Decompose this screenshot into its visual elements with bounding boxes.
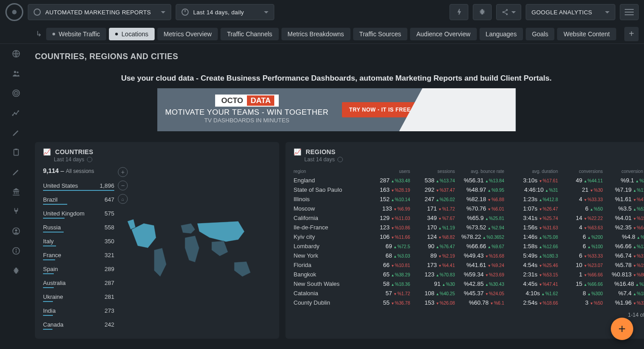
table-row[interactable]: County Dublin55%36.78153%26.08%60.78%6.1… bbox=[294, 298, 644, 307]
table-row[interactable]: Bangkok65%38.29123%70.83%59.34%23.692:31… bbox=[294, 270, 644, 279]
tab-website-traffic[interactable]: Website Traffic bbox=[46, 28, 106, 40]
date-range-selector[interactable]: Last 14 days, daily bbox=[176, 4, 274, 20]
table-cell: 108%40.25 bbox=[410, 290, 455, 297]
chart-line-icon[interactable] bbox=[12, 108, 21, 117]
clipboard-icon[interactable] bbox=[12, 148, 21, 157]
table-cell: %1.61%47.09 bbox=[603, 196, 644, 203]
tab-metrics-breakdowns[interactable]: Metrics Breakdowns bbox=[281, 28, 350, 40]
zoom-in-button[interactable]: + bbox=[118, 167, 128, 177]
globe-icon[interactable] bbox=[12, 49, 21, 58]
map-svg bbox=[123, 201, 271, 299]
table-row[interactable]: Lombardy69%72.590%76.47%66.66%9.671:58s%… bbox=[294, 241, 644, 251]
bug-icon bbox=[479, 9, 486, 16]
table-row[interactable]: Ile-de-France123%10.86170%1.19%73.52%2.9… bbox=[294, 223, 644, 232]
table-cell: 90%76.47 bbox=[410, 243, 455, 250]
users-icon[interactable] bbox=[12, 69, 21, 78]
svg-point-16 bbox=[15, 229, 17, 232]
table-cell: 3:10s%17.61 bbox=[504, 177, 558, 184]
table-cell: %16.48%28.2 bbox=[603, 280, 644, 287]
table-row[interactable]: New York68%3.0389%2.19%49.43%16.685:49s%… bbox=[294, 251, 644, 260]
left-sidebar bbox=[0, 44, 32, 349]
table-cell: %7.19%11.95 bbox=[603, 186, 644, 193]
country-row[interactable]: Spain289 bbox=[43, 263, 114, 273]
table-cell: 68%3.03 bbox=[370, 252, 410, 259]
table-row[interactable]: New South Wales58%18.3691%30%42.85%30.43… bbox=[294, 279, 644, 289]
user-circle-icon[interactable] bbox=[12, 227, 21, 236]
bug-button[interactable] bbox=[473, 4, 492, 20]
table-row[interactable]: State of Sao Paulo163%28.19292%37.47%48.… bbox=[294, 185, 644, 194]
plug-icon[interactable] bbox=[12, 207, 21, 216]
table-cell: 58%18.36 bbox=[370, 280, 410, 287]
tab-goals[interactable]: Goals bbox=[526, 28, 555, 40]
data-source-selector[interactable]: GOOGLE ANALYTICS bbox=[526, 4, 615, 20]
promo-line1: MOTIVATE YOUR TEAMS - WIN TOGETHER bbox=[165, 108, 329, 117]
country-row[interactable]: Canada242 bbox=[43, 319, 114, 329]
world-map[interactable] bbox=[123, 167, 271, 332]
regions-title: REGIONS bbox=[306, 148, 336, 155]
globe-icon bbox=[34, 9, 41, 16]
tab-languages[interactable]: Languages bbox=[480, 28, 523, 40]
target-icon[interactable] bbox=[12, 89, 21, 98]
table-cell: 1%66.66 bbox=[558, 271, 603, 278]
country-bar bbox=[43, 218, 65, 219]
tab-traffic-channels[interactable]: Traffic Channels bbox=[220, 28, 278, 40]
regions-panel: 📈 REGIONS Last 14 days regionuserssessio… bbox=[285, 142, 644, 339]
page-title: COUNTRIES, REGIONS AND CITIES bbox=[35, 44, 638, 69]
tab-locations[interactable]: Locations bbox=[109, 28, 155, 40]
promo-brand: OCTO DATA bbox=[215, 95, 279, 107]
zoom-out-button[interactable]: − bbox=[118, 181, 128, 190]
country-bar bbox=[43, 232, 64, 233]
gear-icon[interactable] bbox=[337, 157, 343, 162]
table-row[interactable]: Illinois152%10.14247%26.02%82.18%6.881:2… bbox=[294, 194, 644, 204]
country-row[interactable]: Italy350 bbox=[43, 235, 114, 246]
pencil-icon[interactable] bbox=[12, 128, 21, 137]
country-row[interactable]: France321 bbox=[43, 249, 114, 259]
tab-metrics-overview[interactable]: Metrics Overview bbox=[157, 28, 218, 40]
edit-icon[interactable] bbox=[12, 168, 21, 177]
table-cell: 57%1.72 bbox=[370, 290, 410, 297]
report-selector[interactable]: AUTOMATED MARKETING REPORTS bbox=[28, 4, 171, 20]
table-row[interactable]: Kyiv city106%11.66124%8.82%78.22%0.36521… bbox=[294, 232, 644, 241]
svg-rect-13 bbox=[14, 149, 18, 155]
region-name: Kyiv city bbox=[294, 233, 370, 240]
country-bar bbox=[43, 190, 114, 191]
country-row[interactable]: India273 bbox=[43, 305, 114, 315]
country-row[interactable]: Ukraine281 bbox=[43, 291, 114, 301]
menu-button[interactable] bbox=[620, 4, 639, 20]
table-cell: %65.9%25.81 bbox=[455, 215, 504, 221]
table-row[interactable]: England287%33.48538%13.74%56.31%13.843:1… bbox=[294, 176, 644, 185]
home-button[interactable]: ⌂ bbox=[118, 194, 128, 204]
table-row[interactable]: California129%11.03349%7.67%65.9%25.813:… bbox=[294, 213, 644, 223]
regions-table: regionuserssessionsavg. bounce rateavg. … bbox=[294, 167, 644, 318]
gear-icon[interactable] bbox=[87, 157, 92, 162]
country-bar bbox=[43, 259, 55, 260]
fab-add-button[interactable]: + bbox=[611, 318, 633, 340]
tab-audience-overview[interactable]: Audience Overview bbox=[410, 28, 477, 40]
share-button[interactable] bbox=[496, 4, 521, 20]
table-cell: %42.85%30.43 bbox=[455, 280, 504, 287]
topbar: AUTOMATED MARKETING REPORTS Last 14 days… bbox=[0, 0, 644, 24]
table-cell: 6%33.33 bbox=[558, 252, 603, 259]
bank-icon[interactable] bbox=[12, 187, 21, 196]
promo-cta-button[interactable]: TRY NOW - IT IS FREE bbox=[342, 102, 418, 117]
bolt-button[interactable] bbox=[450, 4, 468, 20]
country-row[interactable]: United States1,896 bbox=[43, 180, 114, 190]
country-row[interactable]: Brazil647 bbox=[43, 194, 114, 204]
info-icon[interactable] bbox=[12, 246, 21, 255]
table-row[interactable]: Moscow133%6.99171%1.72%70.76%6.011:07s%2… bbox=[294, 204, 644, 213]
svg-point-11 bbox=[15, 113, 17, 115]
bug-icon[interactable] bbox=[12, 266, 21, 275]
table-cell: 21%30 bbox=[558, 186, 603, 193]
svg-rect-19 bbox=[16, 250, 17, 253]
country-row[interactable]: United Kingdom575 bbox=[43, 207, 114, 218]
country-row[interactable]: Australia287 bbox=[43, 277, 114, 287]
table-cell: 4%63.63 bbox=[558, 224, 603, 231]
country-bar bbox=[43, 287, 54, 288]
table-row[interactable]: Catalonia57%1.72108%40.25%45.37%24.054:1… bbox=[294, 289, 644, 298]
add-tab-button[interactable]: + bbox=[624, 27, 639, 41]
clock-icon bbox=[182, 9, 189, 16]
table-row[interactable]: Florida66%10.81173%4.41%41.61%9.244:54s%… bbox=[294, 260, 644, 270]
tab-traffic-sources[interactable]: Traffic Sources bbox=[353, 28, 407, 40]
country-row[interactable]: Russia558 bbox=[43, 221, 114, 232]
tab-website-content[interactable]: Website Content bbox=[557, 28, 616, 40]
